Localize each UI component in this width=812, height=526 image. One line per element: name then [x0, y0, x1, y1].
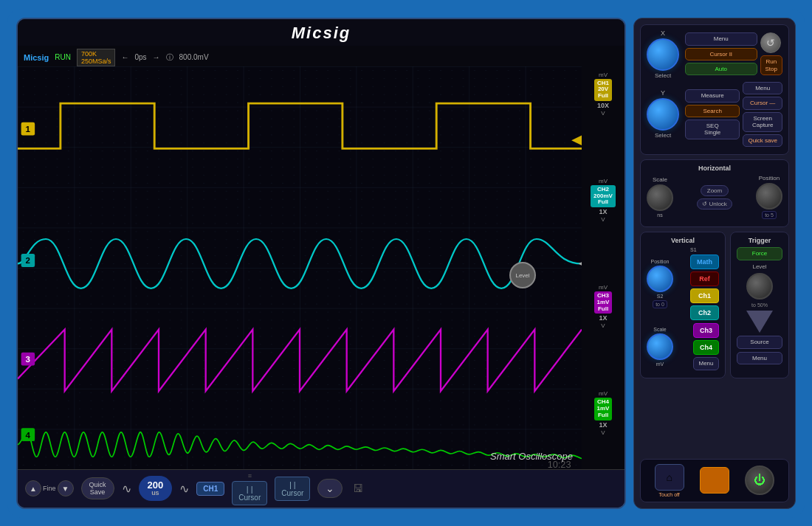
cursor-ii-button[interactable]: Cursor II [685, 48, 757, 60]
touch-off-label: Touch off [659, 492, 680, 497]
ch4-v: V [601, 429, 605, 436]
ch2-label[interactable]: CH2200mVFull [591, 185, 616, 207]
menu-button[interactable]: Menu [685, 32, 757, 46]
force-button[interactable]: Force [737, 247, 782, 260]
ch4-scale: 1X [599, 421, 607, 429]
x-row: X Select Menu Cursor II Auto ↺ Run Stop [647, 30, 782, 79]
ch1-label[interactable]: CH120VFull [594, 79, 612, 101]
run-status: RUN [55, 53, 71, 61]
home-button[interactable]: ⌂ [655, 464, 684, 491]
storage-icon: 🖫 [353, 482, 363, 494]
time-unit: us [151, 490, 159, 496]
run-stop-button[interactable]: Run Stop [760, 55, 782, 75]
zoom-button[interactable]: Zoom [701, 185, 729, 196]
screen-capture-button[interactable]: Screen Capture [743, 112, 782, 132]
bottom-buttons: ⌂ Touch off ⏻ [640, 459, 789, 502]
power-button[interactable]: ⏻ [745, 466, 774, 495]
trig-level-label: Level [752, 263, 766, 270]
arrow-right-icon: → [153, 53, 160, 61]
ch3-group: mV CH31mVFull 1X V [582, 284, 625, 329]
level-knob[interactable]: Level [509, 262, 536, 288]
h-scale-knob[interactable] [647, 184, 673, 211]
x-label: X [661, 30, 665, 37]
cursor-dash-button[interactable]: Cursor — [743, 97, 782, 110]
trigger-section: Trigger Force Level to 50% Source Menu [730, 232, 789, 378]
trigger-title: Trigger [737, 237, 782, 244]
svg-rect-3 [18, 66, 582, 469]
menu2-button[interactable]: Menu [743, 82, 782, 95]
trigger-icon: ⓘ [166, 52, 173, 63]
ch2-ctrl-button[interactable]: Ch2 [690, 305, 719, 320]
v-position-knob[interactable] [647, 266, 673, 292]
time-display[interactable]: 200 us [139, 476, 173, 501]
vert-bot-row: Scale mV Ch3 Ch4 Menu [647, 323, 719, 370]
fine-down-button[interactable]: ▼ [58, 480, 74, 496]
auto-button[interactable]: Auto [685, 63, 757, 76]
quick-save-ctrl-button[interactable]: Quick save [743, 134, 782, 148]
ch3-v: V [601, 322, 605, 329]
undo-button[interactable]: ↺ [760, 32, 781, 53]
cursor-right-lines: | | [289, 480, 296, 489]
source-button[interactable]: Source [737, 336, 782, 349]
channel-labels: mV CH120VFull 10X V mV CH2200mVFull 1X V… [582, 68, 625, 440]
trigger-triangle[interactable] [746, 311, 773, 333]
measure-button[interactable]: Measure [685, 89, 740, 103]
volt-info: 800.0mV [179, 53, 209, 61]
ch4-ctrl-button[interactable]: Ch4 [693, 340, 719, 355]
h-pos-col: Position to 5 [756, 175, 782, 219]
horizontal-title: Horizontal [647, 165, 782, 172]
oscilloscope-display[interactable]: Micsig RUN 700K 250MSa/s ← 0ps → ⓘ 800.0… [18, 46, 625, 469]
ns-label: ns [657, 212, 662, 218]
to0-button[interactable]: to 0 [653, 300, 667, 308]
ch1-scale: 10X [597, 102, 609, 109]
to5-button[interactable]: to 5 [762, 211, 777, 219]
ch4-mv: mV [599, 390, 608, 397]
trig-level-knob[interactable] [746, 273, 773, 300]
expand-button[interactable]: ⌄ [317, 479, 343, 498]
v-scale-knob[interactable] [647, 333, 673, 360]
vert-top-row: Position S2 to 0 S1 Math Ref Ch1 Ch2 [647, 247, 719, 320]
quick-save-button[interactable]: Quick Save [81, 477, 114, 499]
v-scale-col: Scale mV [647, 327, 673, 367]
search-button[interactable]: Search [685, 105, 740, 117]
x-knob[interactable] [647, 38, 679, 71]
ref-button[interactable]: Ref [690, 271, 719, 286]
ch2-scale: 1X [599, 208, 607, 215]
math-button[interactable]: Math [690, 255, 719, 269]
orange-button[interactable] [700, 467, 729, 494]
ch2-group: mV CH2200mVFull 1X V [582, 178, 625, 223]
unlock-button[interactable]: ↺ Unlock [697, 198, 732, 210]
vertical-title: Vertical [647, 237, 719, 244]
trig-menu-button[interactable]: Menu [737, 352, 782, 365]
fine-label: Fine [43, 485, 56, 492]
s2-label: S2 [657, 294, 664, 299]
y-label: Y [661, 89, 665, 97]
cursor-left-button[interactable]: | | Cursor [232, 481, 267, 505]
ch3-label[interactable]: CH31mVFull [594, 291, 613, 314]
vert-menu-button[interactable]: Menu [693, 357, 719, 370]
fine-up-button[interactable]: ▲ [25, 480, 41, 496]
cursor-left-label: Cursor [238, 494, 261, 502]
ch4-label[interactable]: CH41mVFull [594, 398, 613, 420]
h-position-knob[interactable] [756, 183, 782, 210]
smart-oscilloscope-label: Smart Oscilloscope [490, 451, 573, 462]
cursor-right-button[interactable]: | | Cursor [275, 477, 310, 501]
ch2-v: V [601, 216, 605, 223]
y-knob[interactable] [647, 98, 679, 131]
control-panel: X Select Menu Cursor II Auto ↺ Run Stop … [633, 18, 796, 509]
v-scale-label: Scale [653, 327, 667, 332]
seq-single-button[interactable]: SEQ Single [685, 120, 740, 139]
ch1-ctrl-button[interactable]: Ch1 [690, 288, 719, 303]
ch1-badge[interactable]: CH1 [196, 482, 224, 496]
ch1-v: V [601, 110, 605, 117]
ch1-mv: mV [599, 72, 608, 78]
device-title: Micsig [18, 19, 625, 46]
waveform-area: Normal [18, 66, 582, 469]
oscilloscope-device: Micsig Micsig RUN 700K 250MSa/s ← 0ps → … [7, 9, 805, 518]
horizontal-section: Horizontal Scale ns Zoom ↺ Unlock Positi… [640, 159, 789, 227]
ch3-ctrl-button[interactable]: Ch3 [693, 323, 719, 338]
brand-tag: Micsig [24, 53, 49, 62]
v-pos-label: Position [651, 259, 670, 264]
ch2-mv: mV [599, 178, 608, 184]
mv-label: mV [656, 361, 664, 367]
